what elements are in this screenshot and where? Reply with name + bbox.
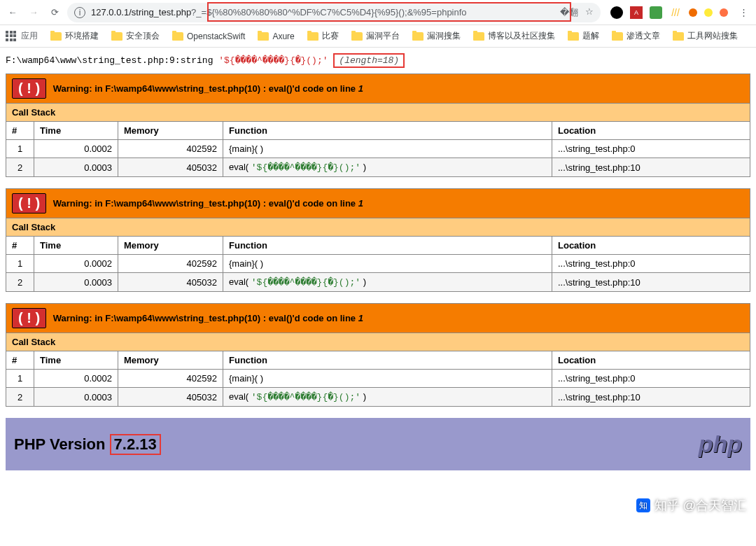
ext-green-icon[interactable] xyxy=(650,6,662,19)
xdebug-warning-block: ( ! ) Warning: in F:\wamp64\www\string_t… xyxy=(6,74,750,177)
folder-icon xyxy=(307,32,318,41)
callstack-row: 10.0002402592{main}( )...\string_test.ph… xyxy=(6,370,750,388)
bookmarks-bar: 应用 环境搭建 安全顶会 OpenstackSwift Axure 比赛 漏洞平… xyxy=(0,25,756,48)
folder-icon xyxy=(111,32,122,41)
ext-pdf-icon[interactable]: A xyxy=(630,6,643,19)
site-info-icon[interactable]: i xyxy=(74,7,85,18)
warning-header-row: ( ! ) Warning: in F:\wamp64\www\string_t… xyxy=(6,189,750,218)
reload-button[interactable]: ⟳ xyxy=(46,4,63,21)
callstack-header-row: Call Stack xyxy=(6,218,750,237)
phpinfo-header: PHP Version 7.2.13 php xyxy=(6,418,750,470)
bookmark-folder[interactable]: 漏洞搜集 xyxy=(412,30,461,42)
ext-lines-icon[interactable]: /// xyxy=(669,6,682,19)
warning-icon: ( ! ) xyxy=(12,78,46,99)
star-icon[interactable]: ☆ xyxy=(585,6,594,19)
translate-icon[interactable]: �翻 xyxy=(560,6,578,19)
folder-icon xyxy=(612,32,623,41)
warning-icon: ( ! ) xyxy=(12,308,46,328)
bookmark-folder[interactable]: 题解 xyxy=(568,30,599,42)
bookmark-folder[interactable]: 安全顶会 xyxy=(111,30,160,42)
extensions-area: A /// ⋮ xyxy=(610,4,752,21)
callstack-header-row: Call Stack xyxy=(6,104,750,122)
xdebug-warning-block: ( ! ) Warning: in F:\wamp64\www\string_t… xyxy=(6,188,750,292)
apps-label: 应用 xyxy=(21,30,38,42)
apps-button[interactable]: 应用 xyxy=(6,30,38,42)
callstack-columns-row: #TimeMemoryFunctionLocation xyxy=(6,351,750,370)
bookmark-folder[interactable]: 博客以及社区搜集 xyxy=(473,30,555,42)
folder-icon xyxy=(172,32,183,41)
callstack-columns-row: #TimeMemoryFunctionLocation xyxy=(6,122,750,140)
phpinfo-label: PHP Version xyxy=(14,435,110,453)
folder-icon xyxy=(50,32,62,41)
callstack-row: 10.0002402592{main}( )...\string_test.ph… xyxy=(6,255,750,273)
ext-adblock-icon[interactable] xyxy=(610,6,623,19)
bookmark-folder[interactable]: 漏洞平台 xyxy=(351,30,400,42)
vardump-output: F:\wamp64\www\string_test.php:9:string '… xyxy=(6,53,750,68)
address-bar[interactable]: i 127.0.0.1/string_test.php?_=${%80%80%8… xyxy=(67,3,601,22)
callstack-header-row: Call Stack xyxy=(6,333,750,351)
ext-dot2-icon[interactable] xyxy=(704,8,713,17)
ext-dot1-icon[interactable] xyxy=(689,8,697,17)
bookmark-folder[interactable]: 工具网站搜集 xyxy=(673,30,738,42)
bookmark-folder[interactable]: 渗透文章 xyxy=(612,30,660,42)
ext-dot3-icon[interactable] xyxy=(720,8,728,17)
browser-toolbar: ← → ⟳ i 127.0.0.1/string_test.php?_=${%8… xyxy=(0,0,756,25)
version-highlight-box: 7.2.13 xyxy=(110,434,161,455)
callstack-columns-row: #TimeMemoryFunctionLocation xyxy=(6,237,750,255)
folder-icon xyxy=(258,32,269,41)
folder-icon xyxy=(473,32,484,41)
forward-button[interactable]: → xyxy=(25,4,42,21)
warning-header-row: ( ! ) Warning: in F:\wamp64\www\string_t… xyxy=(6,304,750,333)
bookmark-folder[interactable]: OpenstackSwift xyxy=(172,31,245,41)
menu-icon[interactable]: ⋮ xyxy=(735,4,752,21)
warning-header-row: ( ! ) Warning: in F:\wamp64\www\string_t… xyxy=(6,74,750,104)
length-highlight-box: (length=18) xyxy=(333,53,405,68)
callstack-row: 20.0003405032eval( '${����^����}{�}();' … xyxy=(6,273,750,292)
bookmark-folder[interactable]: Axure xyxy=(258,31,294,41)
callstack-row: 10.0002402592{main}( )...\string_test.ph… xyxy=(6,140,750,158)
warning-icon: ( ! ) xyxy=(12,193,46,214)
bookmark-folder[interactable]: 环境搭建 xyxy=(50,30,99,42)
folder-icon xyxy=(673,32,684,41)
callstack-row: 20.0003405032eval( '${����^����}{�}();' … xyxy=(6,388,750,407)
url-text: 127.0.0.1/string_test.php?_=${%80%80%80%… xyxy=(91,7,467,18)
apps-grid-icon xyxy=(6,31,17,42)
xdebug-warning-block: ( ! ) Warning: in F:\wamp64\www\string_t… xyxy=(6,303,750,407)
page-content: F:\wamp64\www\string_test.php:9:string '… xyxy=(0,48,756,476)
folder-icon xyxy=(412,32,424,41)
bookmark-folder[interactable]: 比赛 xyxy=(307,30,339,42)
back-button[interactable]: ← xyxy=(4,4,21,21)
callstack-row: 20.0003405032eval( '${����^����}{�}();' … xyxy=(6,158,750,177)
folder-icon xyxy=(351,32,363,41)
folder-icon xyxy=(568,32,579,41)
php-logo-icon: php xyxy=(699,430,742,458)
